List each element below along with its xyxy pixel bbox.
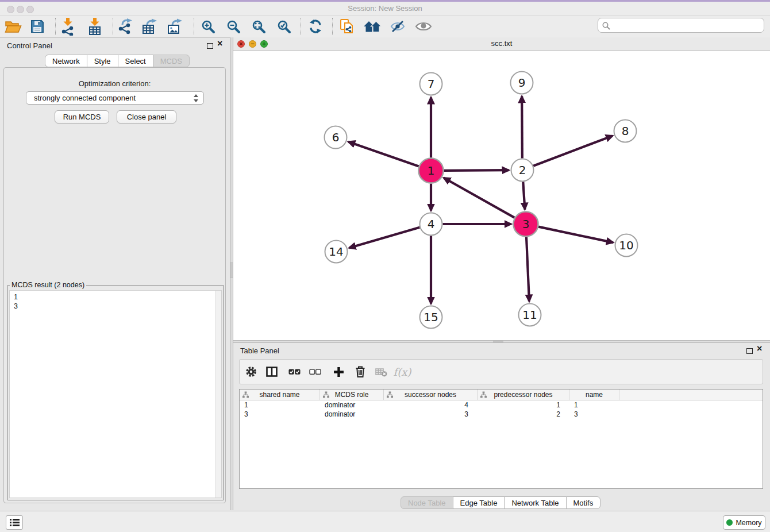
- table-row[interactable]: 3dominator323: [240, 410, 763, 419]
- cell-name[interactable]: 3: [569, 410, 619, 419]
- tab-select[interactable]: Select: [118, 55, 153, 67]
- search-input[interactable]: [612, 20, 761, 32]
- tab-motifs[interactable]: Motifs: [566, 496, 601, 509]
- graph-edge-1-6[interactable]: [348, 142, 419, 167]
- cell-successor-nodes[interactable]: 3: [384, 410, 478, 419]
- cell-mcds-role[interactable]: dominator: [320, 400, 384, 410]
- memory-status-icon: [726, 519, 733, 526]
- table-tabs: Node TableEdge TableNetwork TableMotifs: [401, 496, 600, 509]
- control-panel-float-icon[interactable]: [207, 41, 213, 51]
- deselect-all-icon[interactable]: [305, 360, 325, 384]
- mcds-result-line: 1: [10, 292, 221, 302]
- refresh-view-icon[interactable]: [305, 17, 326, 36]
- tree-icon: [323, 391, 329, 398]
- zoom-in-icon[interactable]: [198, 17, 218, 36]
- graph-edge-3-1[interactable]: [444, 178, 514, 218]
- vertical-splitter-handle[interactable]: [230, 263, 233, 277]
- export-image-icon[interactable]: [165, 17, 186, 36]
- clone-network-icon[interactable]: [337, 17, 357, 36]
- title-bar: Session: New Session: [0, 2, 770, 16]
- cell-name[interactable]: 1: [569, 400, 619, 410]
- mcds-result-line: 3: [10, 302, 221, 311]
- graph-node-label-14: 14: [329, 245, 343, 259]
- graph-edge-3-11[interactable]: [526, 237, 529, 301]
- control-panel-tabs: NetworkStyleSelectMCDS: [45, 55, 190, 67]
- table-row[interactable]: 1dominator411: [240, 400, 763, 410]
- graph-edge-1-2[interactable]: [444, 170, 509, 171]
- criterion-dropdown[interactable]: strongly connected component: [26, 91, 204, 105]
- tab-network-table[interactable]: Network Table: [504, 496, 566, 509]
- zoom-fit-icon[interactable]: [248, 17, 269, 36]
- export-table-icon[interactable]: [140, 17, 161, 36]
- cell-shared-name[interactable]: 1: [240, 400, 320, 410]
- delete-table-icon: [371, 360, 391, 384]
- select-all-icon[interactable]: [284, 360, 304, 384]
- graph-node-label-7: 7: [428, 77, 435, 91]
- graph-node-label-4: 4: [428, 217, 435, 231]
- column-header-successor-nodes[interactable]: successor nodes: [384, 390, 478, 400]
- close-panel-button[interactable]: Close panel: [117, 110, 176, 124]
- column-header-name[interactable]: name: [569, 390, 619, 400]
- hide-selected-icon[interactable]: [387, 17, 408, 36]
- graph-node-label-10: 10: [619, 238, 633, 252]
- open-session-icon[interactable]: [3, 17, 24, 36]
- mcds-result-area[interactable]: 13: [9, 290, 222, 498]
- table-panel-title: Table Panel: [240, 346, 279, 355]
- cell-shared-name[interactable]: 3: [240, 410, 320, 419]
- save-session-icon[interactable]: [27, 17, 48, 36]
- import-table-icon[interactable]: [84, 17, 105, 36]
- control-panel-close-icon[interactable]: ×: [217, 40, 222, 48]
- import-network-icon[interactable]: [57, 17, 78, 36]
- graph-edge-2-9[interactable]: [522, 96, 522, 158]
- show-column-icon[interactable]: [262, 360, 282, 384]
- export-network-icon[interactable]: [116, 17, 136, 36]
- memory-button[interactable]: Memory: [723, 515, 765, 530]
- network-canvas[interactable]: 1234678910111415: [233, 51, 770, 340]
- node-table[interactable]: shared name MCDS role successor nodes pr…: [239, 389, 763, 489]
- zoom-selected-icon[interactable]: [274, 17, 294, 36]
- status-bar: Memory: [0, 511, 770, 532]
- tab-edge-table[interactable]: Edge Table: [453, 496, 505, 509]
- column-header-predecessor-nodes[interactable]: predecessor nodes: [478, 390, 569, 400]
- delete-row-icon[interactable]: [351, 360, 370, 384]
- network-window-titlebar: × − + scc.txt: [233, 37, 770, 51]
- graph-node-label-9: 9: [518, 76, 526, 90]
- task-history-button[interactable]: [6, 515, 23, 530]
- tab-style[interactable]: Style: [87, 55, 118, 67]
- zoom-out-icon[interactable]: [223, 17, 244, 36]
- first-neighbors-icon[interactable]: [362, 17, 383, 36]
- tab-node-table[interactable]: Node Table: [401, 496, 453, 509]
- table-toolbar: f(x): [239, 359, 763, 384]
- mcds-scrollbar[interactable]: [215, 291, 221, 498]
- cell-successor-nodes[interactable]: 4: [384, 400, 478, 410]
- table-body: 1dominator4113dominator323: [240, 400, 763, 419]
- graph-edge-2-3[interactable]: [523, 182, 525, 209]
- table-options-icon[interactable]: [241, 360, 261, 384]
- mcds-result-title: MCDS result (2 nodes): [10, 281, 86, 289]
- graph-edge-4-14[interactable]: [349, 228, 420, 248]
- table-panel-float-icon[interactable]: [746, 346, 753, 356]
- show-all-icon[interactable]: [413, 17, 434, 36]
- column-header-shared-name[interactable]: shared name: [240, 390, 320, 400]
- tab-network[interactable]: Network: [45, 55, 87, 67]
- window-title: Session: New Session: [0, 2, 770, 15]
- graph-edge-3-10[interactable]: [538, 227, 613, 242]
- horizontal-splitter-handle[interactable]: [493, 341, 503, 342]
- graph-edge-2-8[interactable]: [533, 136, 613, 165]
- column-header-mcds-role[interactable]: MCDS role: [320, 390, 384, 400]
- control-panel-header: Control Panel ×: [0, 37, 230, 53]
- main-toolbar: [0, 16, 770, 38]
- list-icon: [10, 518, 20, 527]
- cell-mcds-role[interactable]: dominator: [320, 410, 384, 419]
- cell-predecessor-nodes[interactable]: 1: [478, 400, 569, 410]
- run-mcds-button[interactable]: Run MCDS: [55, 110, 109, 124]
- tab-mcds[interactable]: MCDS: [153, 55, 190, 67]
- table-panel-close-icon[interactable]: ×: [757, 345, 762, 353]
- cell-predecessor-nodes[interactable]: 2: [478, 410, 569, 419]
- graph-node-label-11: 11: [522, 308, 537, 322]
- graph-node-label-1: 1: [428, 164, 435, 178]
- network-graph: 1234678910111415: [233, 51, 770, 340]
- add-row-icon[interactable]: [329, 360, 348, 384]
- mcds-result-text: 13: [10, 291, 221, 311]
- mcds-result-box: MCDS result (2 nodes) 13: [7, 281, 224, 500]
